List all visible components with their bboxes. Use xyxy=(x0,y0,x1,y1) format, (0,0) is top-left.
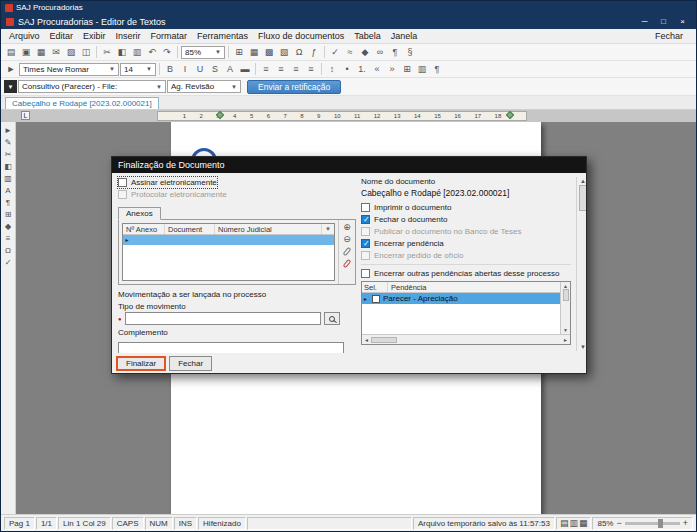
line-spacing-icon[interactable]: ↕ xyxy=(325,63,339,76)
cut-icon[interactable]: ✂ xyxy=(100,46,114,59)
table-icon[interactable]: ⊞ xyxy=(400,63,414,76)
queue-combo[interactable]: Ag. Revisão ▼ xyxy=(167,80,241,93)
bold-icon[interactable]: B xyxy=(163,63,177,76)
undo-icon[interactable]: ↶ xyxy=(145,46,159,59)
tabstop-icon[interactable]: L xyxy=(21,111,30,120)
zoom-slider[interactable] xyxy=(625,522,680,525)
filter-icon[interactable]: ▼ xyxy=(322,226,334,232)
table-icon[interactable]: ⊞ xyxy=(2,209,14,220)
tab-anexos[interactable]: Anexos xyxy=(118,207,161,220)
text-icon[interactable]: A xyxy=(2,185,14,196)
scrollbar-thumb[interactable] xyxy=(579,185,587,211)
bookmark-icon[interactable]: ◆ xyxy=(358,46,372,59)
pointer-icon[interactable]: ► xyxy=(4,63,18,76)
email-icon[interactable]: ✉ xyxy=(49,46,63,59)
column-header[interactable]: Nº Anexo xyxy=(123,224,165,234)
open-folder-icon[interactable]: ▣ xyxy=(19,46,33,59)
add-anexo-icon[interactable]: ⊕ xyxy=(343,222,351,232)
encerrar-pendencia-checkbox[interactable]: Encerrar pendência xyxy=(361,238,444,249)
menu-item[interactable]: Tabela xyxy=(349,31,386,41)
minimize-icon[interactable]: ─ xyxy=(636,16,653,27)
status-caps[interactable]: CAPS xyxy=(112,517,144,530)
menu-item[interactable]: Janela xyxy=(386,31,423,41)
insert-symbol-icon[interactable]: Ω xyxy=(292,46,306,59)
horizontal-ruler[interactable]: 123456789101112131415161718 xyxy=(157,111,527,121)
maximize-icon[interactable]: □ xyxy=(655,16,672,27)
numbering-icon[interactable]: 1. xyxy=(355,63,369,76)
vertical-scrollbar[interactable]: ▲ ▼ xyxy=(560,282,570,334)
column-header[interactable]: Número Judicial xyxy=(215,224,322,234)
imprimir-checkbox[interactable]: Imprimir o documento xyxy=(361,202,451,213)
font-color-icon[interactable]: A xyxy=(223,63,237,76)
flow-dropdown-icon[interactable]: ▼ xyxy=(4,80,17,93)
fechar-button[interactable]: Fechar xyxy=(169,356,212,371)
anexos-list[interactable]: Nº Anexo Document Número Judicial ▼ ► xyxy=(122,223,335,281)
paragraph-icon[interactable]: ¶ xyxy=(430,63,444,76)
complemento-input[interactable] xyxy=(118,342,344,353)
borders-icon[interactable]: ▩ xyxy=(262,46,276,59)
spellcheck-icon[interactable]: ✓ xyxy=(328,46,342,59)
status-hyphen[interactable]: Hifenizado xyxy=(198,517,246,530)
remove-anexo-icon[interactable]: ⊖ xyxy=(343,234,351,244)
new-document-icon[interactable]: ▤ xyxy=(4,46,18,59)
grid-icon[interactable]: ▦ xyxy=(247,46,261,59)
encerrar-outras-checkbox[interactable]: Encerrar outras pendências abertas desse… xyxy=(361,268,559,279)
underline-icon[interactable]: U xyxy=(193,63,207,76)
menu-item[interactable]: Ferramentas xyxy=(192,31,253,41)
strikethrough-icon[interactable]: S xyxy=(208,63,222,76)
redo-icon[interactable]: ↷ xyxy=(160,46,174,59)
attach-file-icon[interactable] xyxy=(345,246,349,256)
pendencia-checkbox[interactable] xyxy=(372,295,380,303)
zoom-in-icon[interactable]: + xyxy=(683,518,688,528)
justify-icon[interactable]: ≡ xyxy=(304,63,318,76)
align-center-icon[interactable]: ≡ xyxy=(274,63,288,76)
scrollbar-thumb[interactable] xyxy=(371,337,397,343)
insert-image-icon[interactable]: ▧ xyxy=(277,46,291,59)
thesaurus-icon[interactable]: ≈ xyxy=(343,46,357,59)
cut-icon[interactable]: ✂ xyxy=(2,149,14,160)
hyperlink-icon[interactable]: ∞ xyxy=(373,46,387,59)
pendencia-row[interactable]: ► Parecer - Apreciação xyxy=(362,293,560,304)
insert-table-icon[interactable]: ⊞ xyxy=(232,46,246,59)
menu-item[interactable]: Fluxo de documentos xyxy=(253,31,349,41)
italic-icon[interactable]: I xyxy=(178,63,192,76)
scroll-right-icon[interactable]: ► xyxy=(563,337,568,343)
menu-item[interactable]: Inserir xyxy=(111,31,146,41)
anexo-row[interactable]: ► xyxy=(123,235,334,245)
insert-field-icon[interactable]: ƒ xyxy=(307,46,321,59)
status-ins[interactable]: INS xyxy=(174,517,197,530)
save-icon[interactable]: ▦ xyxy=(34,46,48,59)
edit-icon[interactable]: ✎ xyxy=(2,137,14,148)
fechar-documento-checkbox[interactable]: Fechar o documento xyxy=(361,214,447,225)
scroll-down-icon[interactable]: ▼ xyxy=(580,344,586,350)
normal-view-icon[interactable]: ▤ xyxy=(560,518,569,528)
font-size-combo[interactable]: 14 ▼ xyxy=(120,63,156,76)
menu-item[interactable]: Arquivo xyxy=(4,31,45,41)
editor-titlebar[interactable]: SAJ Procuradorias - Editor de Textos ─ □… xyxy=(1,14,696,29)
highlight-icon[interactable]: ▬ xyxy=(238,63,252,76)
menu-close[interactable]: Fechar xyxy=(645,31,693,41)
app-titlebar[interactable]: SAJ Procuradorias xyxy=(1,1,696,14)
flow-combo[interactable]: Consultivo (Parecer) - File: ▼ xyxy=(18,80,166,93)
paste-icon[interactable]: ▥ xyxy=(130,46,144,59)
scrollbar-thumb[interactable] xyxy=(563,289,569,301)
section-icon[interactable]: § xyxy=(403,46,417,59)
status-num[interactable]: NUM xyxy=(145,517,173,530)
lines-icon[interactable]: ≡ xyxy=(2,233,14,244)
zoom-out-icon[interactable]: − xyxy=(616,518,621,528)
bullets-icon[interactable]: • xyxy=(340,63,354,76)
enviar-retificacao-button[interactable]: Enviar a retificação xyxy=(247,80,341,94)
menu-item[interactable]: Formatar xyxy=(146,31,193,41)
close-icon[interactable]: × xyxy=(674,16,691,27)
paste-icon[interactable]: ▥ xyxy=(2,173,14,184)
align-left-icon[interactable]: ≡ xyxy=(259,63,273,76)
menu-item[interactable]: Editar xyxy=(45,31,79,41)
finalizar-button[interactable]: Finalizar xyxy=(116,356,166,371)
layout-view-icon[interactable]: ▥ xyxy=(569,518,578,528)
dialog-scrollbar[interactable]: ▲ ▼ xyxy=(576,177,586,351)
attach-signed-icon[interactable] xyxy=(345,258,349,268)
tipo-movimento-input[interactable] xyxy=(125,312,321,325)
column-header[interactable]: Document xyxy=(165,224,215,234)
assinar-checkbox[interactable]: Assinar eletronicamente xyxy=(118,177,217,188)
symbol-icon[interactable]: Ω xyxy=(2,245,14,256)
